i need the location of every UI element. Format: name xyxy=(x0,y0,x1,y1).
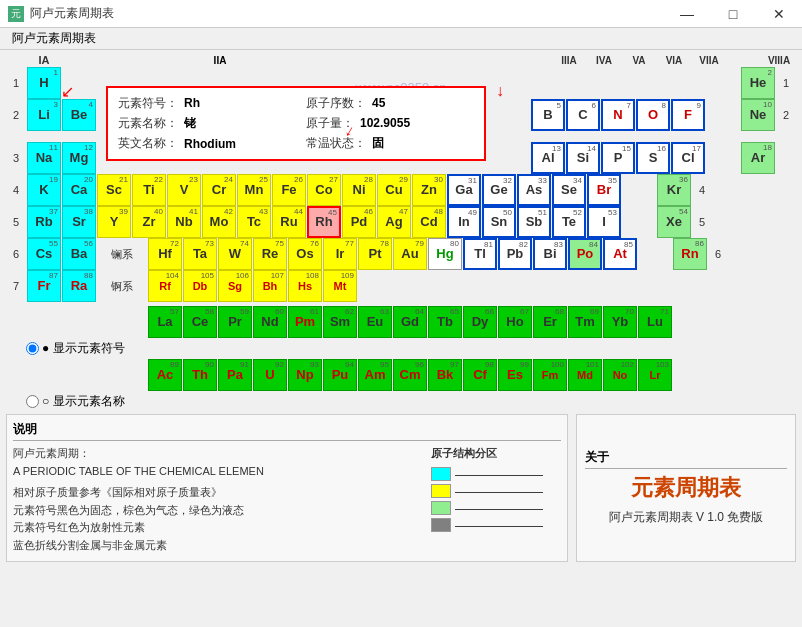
element-At[interactable]: 85At xyxy=(603,238,637,270)
element-Ta[interactable]: 73Ta xyxy=(183,238,217,270)
element-Mg[interactable]: 12Mg xyxy=(62,142,96,174)
element-H[interactable]: 1H xyxy=(27,67,61,99)
element-Db[interactable]: 105Db xyxy=(183,270,217,302)
element-Ge[interactable]: 32Ge xyxy=(482,174,516,206)
element-Pt[interactable]: 78Pt xyxy=(358,238,392,270)
element-Ga[interactable]: 31Ga xyxy=(447,174,481,206)
element-U[interactable]: 92U xyxy=(253,359,287,391)
element-Sb[interactable]: 51Sb xyxy=(517,206,551,238)
element-Th[interactable]: 90Th xyxy=(183,359,217,391)
element-Ag[interactable]: 47Ag xyxy=(377,206,411,238)
element-Rh[interactable]: 45Rh xyxy=(307,206,341,238)
element-Hg[interactable]: 80Hg xyxy=(428,238,462,270)
element-K[interactable]: 19K xyxy=(27,174,61,206)
element-Lu[interactable]: 71Lu xyxy=(638,306,672,338)
element-I[interactable]: 53I xyxy=(587,206,621,238)
element-Sc[interactable]: 21Sc xyxy=(97,174,131,206)
element-Zr[interactable]: 40Zr xyxy=(132,206,166,238)
element-Po[interactable]: 84Po xyxy=(568,238,602,270)
element-Pd[interactable]: 46Pd xyxy=(342,206,376,238)
element-Cs[interactable]: 55Cs xyxy=(27,238,61,270)
element-Os[interactable]: 76Os xyxy=(288,238,322,270)
element-Yb[interactable]: 70Yb xyxy=(603,306,637,338)
element-Rb[interactable]: 37Rb xyxy=(27,206,61,238)
element-Bk[interactable]: 97Bk xyxy=(428,359,462,391)
element-Y[interactable]: 39Y xyxy=(97,206,131,238)
minimize-button[interactable]: — xyxy=(664,0,710,28)
element-No[interactable]: 102No xyxy=(603,359,637,391)
element-Cl[interactable]: 17Cl xyxy=(671,142,705,174)
element-Pa[interactable]: 91Pa xyxy=(218,359,252,391)
element-Md[interactable]: 101Md xyxy=(568,359,602,391)
element-Sn[interactable]: 50Sn xyxy=(482,206,516,238)
element-Tl[interactable]: 81Tl xyxy=(463,238,497,270)
element-Gd[interactable]: 64Gd xyxy=(393,306,427,338)
element-Cu[interactable]: 29Cu xyxy=(377,174,411,206)
radio-symbol[interactable]: ● 显示元素符号 xyxy=(26,340,125,357)
radio-name[interactable]: ○ 显示元素名称 xyxy=(26,393,125,410)
element-Ir[interactable]: 77Ir xyxy=(323,238,357,270)
element-Co[interactable]: 27Co xyxy=(307,174,341,206)
element-Cm[interactable]: 96Cm xyxy=(393,359,427,391)
element-Cf[interactable]: 98Cf xyxy=(463,359,497,391)
element-W[interactable]: 74W xyxy=(218,238,252,270)
menu-item-app[interactable]: 阿卢元素周期表 xyxy=(4,28,104,49)
element-Dy[interactable]: 66Dy xyxy=(463,306,497,338)
element-F[interactable]: 9F xyxy=(671,99,705,131)
element-B[interactable]: 5B xyxy=(531,99,565,131)
element-Bh[interactable]: 107Bh xyxy=(253,270,287,302)
element-S[interactable]: 16S xyxy=(636,142,670,174)
element-Np[interactable]: 93Np xyxy=(288,359,322,391)
element-Ac[interactable]: 89Ac xyxy=(148,359,182,391)
element-Xe[interactable]: 54Xe xyxy=(657,206,691,238)
element-O[interactable]: 8O xyxy=(636,99,670,131)
element-Ho[interactable]: 67Ho xyxy=(498,306,532,338)
element-Lr[interactable]: 103Lr xyxy=(638,359,672,391)
element-Bi[interactable]: 83Bi xyxy=(533,238,567,270)
element-Ne[interactable]: 10Ne xyxy=(741,99,775,131)
element-Ce[interactable]: 58Ce xyxy=(183,306,217,338)
element-Fr[interactable]: 87Fr xyxy=(27,270,61,302)
element-Pm[interactable]: 61Pm xyxy=(288,306,322,338)
element-Mo[interactable]: 42Mo xyxy=(202,206,236,238)
element-Ar[interactable]: 18Ar xyxy=(741,142,775,174)
element-Sg[interactable]: 106Sg xyxy=(218,270,252,302)
element-He[interactable]: 2He xyxy=(741,67,775,99)
element-Ba[interactable]: 56Ba xyxy=(62,238,96,270)
element-Pu[interactable]: 94Pu xyxy=(323,359,357,391)
element-Mn[interactable]: 25Mn xyxy=(237,174,271,206)
element-Fe[interactable]: 26Fe xyxy=(272,174,306,206)
element-Nd[interactable]: 60Nd xyxy=(253,306,287,338)
element-Cr[interactable]: 24Cr xyxy=(202,174,236,206)
element-Mt[interactable]: 109Mt xyxy=(323,270,357,302)
element-Al[interactable]: 13Al xyxy=(531,142,565,174)
element-Se[interactable]: 34Se xyxy=(552,174,586,206)
maximize-button[interactable]: □ xyxy=(710,0,756,28)
element-Ca[interactable]: 20Ca xyxy=(62,174,96,206)
element-Sm[interactable]: 62Sm xyxy=(323,306,357,338)
element-Ru[interactable]: 44Ru xyxy=(272,206,306,238)
element-Nb[interactable]: 41Nb xyxy=(167,206,201,238)
element-Tb[interactable]: 65Tb xyxy=(428,306,462,338)
close-button[interactable]: ✕ xyxy=(756,0,802,28)
element-Es[interactable]: 99Es xyxy=(498,359,532,391)
element-Rf[interactable]: 104Rf xyxy=(148,270,182,302)
element-Er[interactable]: 68Er xyxy=(533,306,567,338)
element-Ni[interactable]: 28Ni xyxy=(342,174,376,206)
element-P[interactable]: 15P xyxy=(601,142,635,174)
element-In[interactable]: 49In xyxy=(447,206,481,238)
element-Au[interactable]: 79Au xyxy=(393,238,427,270)
element-Cd[interactable]: 48Cd xyxy=(412,206,446,238)
element-Kr[interactable]: 36Kr xyxy=(657,174,691,206)
element-Si[interactable]: 14Si xyxy=(566,142,600,174)
element-Tm[interactable]: 69Tm xyxy=(568,306,602,338)
element-Tc[interactable]: 43Tc xyxy=(237,206,271,238)
element-Pr[interactable]: 59Pr xyxy=(218,306,252,338)
element-Ra[interactable]: 88Ra xyxy=(62,270,96,302)
element-Ti[interactable]: 22Ti xyxy=(132,174,166,206)
element-Hs[interactable]: 108Hs xyxy=(288,270,322,302)
element-Sr[interactable]: 38Sr xyxy=(62,206,96,238)
element-Rn[interactable]: 86Rn xyxy=(673,238,707,270)
element-Be[interactable]: 4Be xyxy=(62,99,96,131)
element-Zn[interactable]: 30Zn xyxy=(412,174,446,206)
